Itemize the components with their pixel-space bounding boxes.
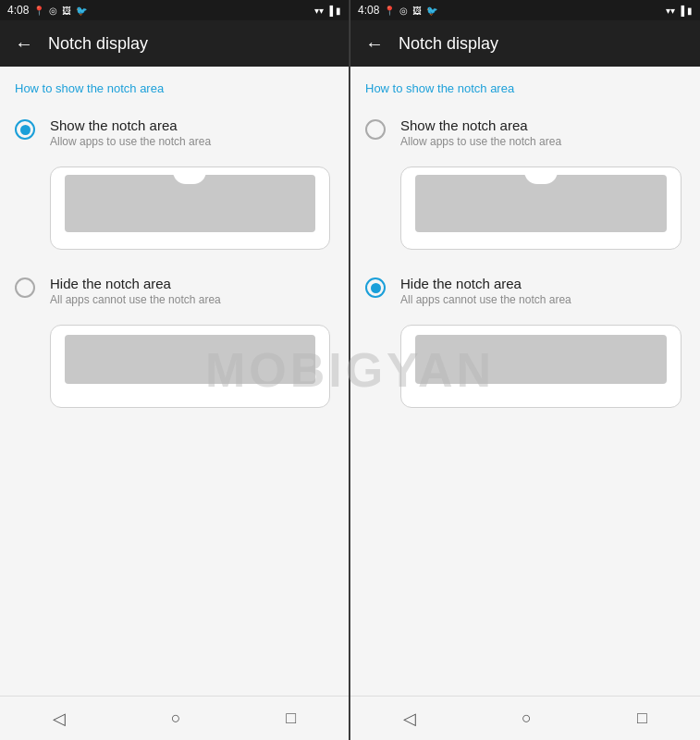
nav-recent-left[interactable]: □ (286, 709, 296, 728)
preview-no-notch-right (400, 325, 682, 408)
preview-notch-left (50, 166, 330, 250)
status-left-right: 4:08 📍 ◎ 🖼 🐦 (358, 4, 437, 17)
option-subtitle-show-right: Allow apps to use the notch area (400, 135, 685, 148)
radio-hide-notch-right[interactable] (365, 278, 386, 298)
radio-inner-show-left (20, 125, 31, 135)
option-title-hide-left: Hide the notch area (50, 276, 334, 291)
gallery-icon-r: 🖼 (412, 6, 422, 16)
option-subtitle-hide-right: All apps cannot use the notch area (400, 293, 685, 306)
status-bar-right: 4:08 📍 ◎ 🖼 🐦 ▾▾ ▐ ▮ (350, 0, 700, 20)
wifi-icon: ▾▾ (314, 6, 324, 16)
status-left: 4:08 📍 ◎ 🖼 🐦 (7, 4, 87, 17)
notch-cutout-right (524, 167, 558, 184)
twitter-icon-r: 🐦 (426, 6, 437, 16)
status-time-right: 4:08 (358, 4, 379, 17)
back-button-right[interactable]: ← (365, 33, 384, 55)
content-right: How to show the notch area Show the notc… (350, 67, 700, 696)
no-notch-screen-left (65, 335, 315, 384)
option-title-hide-right: Hide the notch area (400, 276, 685, 291)
twitter-icon: 🐦 (76, 6, 87, 16)
option-hide-notch-right[interactable]: Hide the notch area All apps cannot use … (350, 265, 700, 317)
option-hide-notch-left[interactable]: Hide the notch area All apps cannot use … (0, 265, 349, 317)
option-show-notch-right[interactable]: Show the notch area Allow apps to use th… (350, 106, 700, 159)
no-notch-screen-right (415, 335, 667, 384)
battery-icon-r: ▮ (687, 6, 693, 16)
nav-back-left[interactable]: ◁ (53, 709, 66, 729)
radio-show-notch-left[interactable] (15, 119, 35, 140)
battery-icon: ▮ (336, 6, 341, 16)
option-text-show-right: Show the notch area Allow apps to use th… (400, 117, 685, 148)
section-header-right: How to show the notch area (350, 67, 700, 106)
signal-icon: ▐ (326, 6, 333, 16)
option-text-hide-right: Hide the notch area All apps cannot use … (400, 276, 685, 306)
status-bar-left: 4:08 📍 ◎ 🖼 🐦 ▾▾ ▐ ▮ (0, 0, 349, 20)
option-subtitle-show-left: Allow apps to use the notch area (50, 135, 334, 148)
option-text-hide-left: Hide the notch area All apps cannot use … (50, 276, 334, 306)
nav-home-right[interactable]: ○ (522, 709, 532, 728)
radio-show-notch-right[interactable] (365, 119, 386, 140)
notch-screen-right (415, 175, 667, 232)
signal-icon-r: ▐ (678, 6, 684, 16)
section-header-left: How to show the notch area (0, 67, 349, 106)
status-right-right: ▾▾ ▐ ▮ (666, 6, 693, 16)
option-subtitle-hide-left: All apps cannot use the notch area (50, 293, 334, 306)
phone-panel-left: 4:08 📍 ◎ 🖼 🐦 ▾▾ ▐ ▮ ← Notch display How … (0, 0, 350, 740)
nav-recent-right[interactable]: □ (637, 709, 647, 728)
page-title-right: Notch display (399, 34, 498, 54)
gallery-icon: 🖼 (62, 6, 71, 16)
notch-cutout-left (173, 167, 206, 184)
notch-screen-left (65, 175, 315, 232)
top-bar-left: ← Notch display (0, 20, 349, 67)
location-icon-r: 📍 (384, 6, 395, 16)
radio-hide-notch-left[interactable] (15, 278, 35, 298)
preview-notch-right (400, 166, 682, 250)
vpn-icon-r: ◎ (399, 6, 408, 16)
status-right-left: ▾▾ ▐ ▮ (314, 6, 341, 16)
option-title-show-left: Show the notch area (50, 117, 334, 133)
preview-no-notch-left (50, 325, 330, 408)
location-icon: 📍 (33, 6, 44, 16)
option-show-notch-left[interactable]: Show the notch area Allow apps to use th… (0, 106, 349, 159)
radio-inner-hide-right (371, 283, 381, 293)
phone-panel-right: 4:08 📍 ◎ 🖼 🐦 ▾▾ ▐ ▮ ← Notch display How … (350, 0, 700, 740)
top-bar-right: ← Notch display (350, 20, 700, 67)
option-text-show-left: Show the notch area Allow apps to use th… (50, 117, 334, 148)
wifi-icon-r: ▾▾ (666, 6, 675, 16)
status-time-left: 4:08 (7, 4, 29, 17)
nav-back-right[interactable]: ◁ (403, 709, 416, 729)
nav-bar-left: ◁ ○ □ (0, 696, 349, 740)
nav-bar-right: ◁ ○ □ (350, 696, 700, 740)
page-title-left: Notch display (48, 34, 148, 54)
option-title-show-right: Show the notch area (400, 117, 685, 133)
nav-home-left[interactable]: ○ (171, 709, 181, 728)
back-button-left[interactable]: ← (15, 33, 33, 55)
content-left: How to show the notch area Show the notc… (0, 67, 349, 696)
vpn-icon: ◎ (49, 6, 57, 16)
